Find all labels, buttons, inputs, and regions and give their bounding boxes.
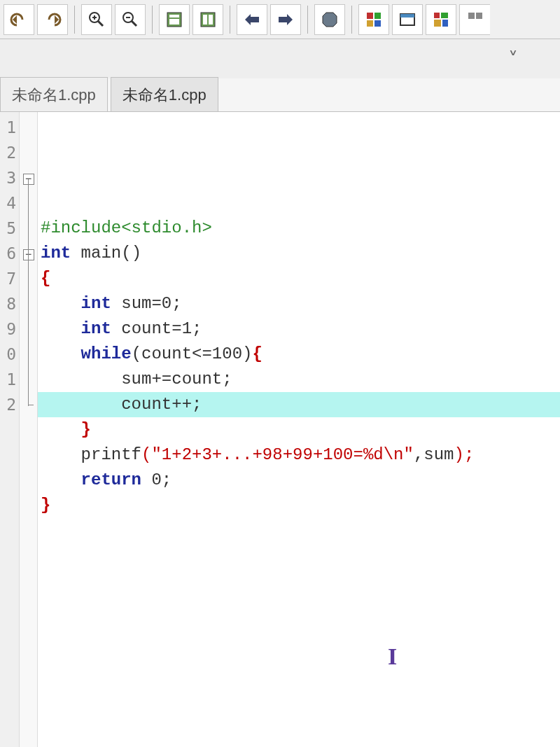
code-token [41,445,81,464]
code-token: sum=0; [111,294,182,313]
svg-rect-18 [374,20,381,27]
svg-rect-15 [367,13,373,19]
line-number: 2 [0,140,16,165]
code-token: { [252,344,262,363]
file-tab[interactable]: 未命名1.cpp [111,77,218,111]
nav-forward-button[interactable] [270,4,301,35]
tiles-color-button[interactable] [426,4,456,35]
line-number: 0 [0,342,16,367]
svg-rect-13 [249,17,259,22]
stop-button[interactable] [314,4,345,35]
zoom-in-button[interactable] [81,4,112,35]
code-token: int [41,244,71,263]
tiles-color-icon [433,11,449,28]
text-cursor-icon: I [388,644,397,669]
code-token [41,344,81,363]
window-button[interactable] [392,4,423,35]
file-tab[interactable]: 未命名1.cpp [0,77,108,111]
code-token [41,420,81,439]
layout-single-icon [166,11,183,28]
svg-rect-21 [434,13,440,18]
redo-icon [43,13,62,27]
code-token: 0; [141,470,172,489]
code-area[interactable]: #include<stdio.h> int main() { int sum=0… [38,112,560,747]
chevron-down-icon[interactable]: ˅ [508,48,518,71]
nav-forward-icon [277,13,294,27]
svg-rect-8 [169,15,179,18]
svg-rect-12 [209,15,213,25]
svg-rect-20 [400,14,414,18]
code-token: sum+=count; [121,370,232,389]
line-number: 3 [0,165,16,190]
line-number: 6 [0,241,16,266]
code-token: count<=100 [141,344,242,363]
undo-icon [10,13,28,27]
line-number: 8 [0,291,16,316]
zoom-in-icon [88,11,106,29]
svg-rect-14 [279,17,288,22]
code-token: int [81,294,111,313]
redo-button[interactable] [37,4,68,35]
grid-color-button[interactable] [358,4,389,35]
code-token [41,370,121,389]
svg-rect-9 [169,19,179,25]
line-number: 1 [0,367,16,392]
svg-rect-17 [367,20,373,27]
code-token: ,sum [414,445,454,464]
code-token: } [41,496,50,515]
zoom-out-icon [121,11,139,29]
svg-rect-26 [476,13,482,19]
code-token: "1+2+3+...+98+99+100=%d\n" [151,445,413,464]
code-token: ( [141,445,151,464]
svg-rect-22 [441,13,448,18]
nav-back-button[interactable] [237,4,267,35]
line-number-gutter: 1 2 3 4 5 6 7 8 9 0 1 2 [0,112,20,747]
file-tabs: 未命名1.cpp 未命名1.cpp [0,78,560,112]
code-token: int [81,319,111,338]
svg-rect-16 [374,13,381,19]
svg-rect-25 [468,13,475,19]
stop-icon [321,11,338,28]
main-toolbar [0,0,560,39]
line-number: 9 [0,316,16,342]
code-token: ( [132,344,141,363]
svg-line-5 [132,21,136,26]
layout-single-button[interactable] [159,4,190,35]
fold-gutter: − − [20,112,38,747]
code-token [41,294,81,313]
code-token: main() [71,244,141,263]
code-token [41,470,81,489]
code-token: { [41,269,50,288]
svg-rect-23 [434,20,441,27]
code-token [41,395,121,414]
more-icon [467,11,484,28]
code-token: count=1; [111,319,202,338]
svg-line-1 [98,21,103,26]
line-number: 2 [0,392,16,417]
code-line: #include<stdio.h> [41,218,212,237]
line-number: 1 [0,115,16,140]
line-number: 7 [0,266,16,291]
code-token: while [81,344,132,363]
code-token: return [81,470,141,489]
code-editor[interactable]: 1 2 3 4 5 6 7 8 9 0 1 2 − − #include<std… [0,112,560,747]
svg-rect-24 [442,20,448,27]
layout-split-button[interactable] [192,4,223,35]
svg-rect-11 [203,15,207,25]
layout-split-icon [200,11,216,28]
code-token: printf [81,445,141,464]
code-token [41,319,81,338]
code-token: ) [242,344,252,363]
more-button[interactable] [459,4,490,35]
grid-color-icon [365,11,382,28]
code-token: count++; [121,395,202,414]
undo-button[interactable] [4,4,34,35]
zoom-out-button[interactable] [115,4,146,35]
line-number: 5 [0,216,16,241]
sub-toolbar: ˅ [0,39,560,78]
nav-back-icon [244,13,260,27]
code-token: } [81,420,91,439]
line-number: 4 [0,190,16,216]
window-icon [399,11,416,28]
code-token: ); [454,445,475,464]
